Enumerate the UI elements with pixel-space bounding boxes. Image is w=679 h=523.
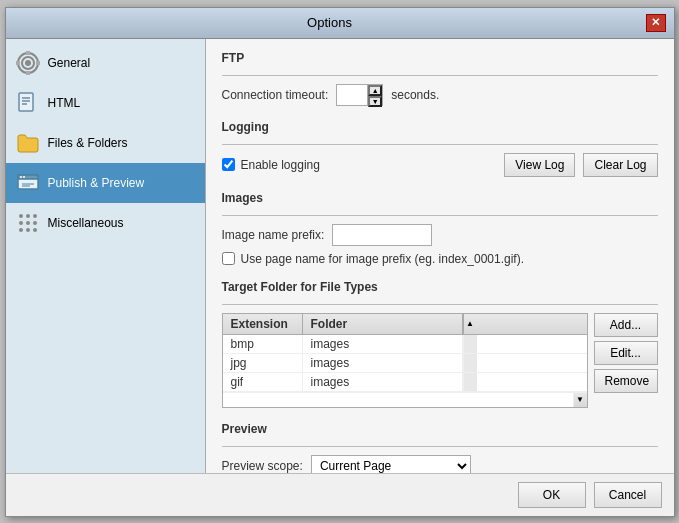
sidebar-miscellaneous-label: Miscellaneous — [48, 216, 124, 230]
scroll-track-2 — [463, 354, 477, 372]
sidebar-html-label: HTML — [48, 96, 81, 110]
folder-header: Folder — [303, 314, 463, 334]
sidebar-item-general[interactable]: General — [6, 43, 205, 83]
ext-gif: gif — [223, 373, 303, 391]
misc-icon — [16, 211, 40, 235]
sidebar: General HTML Files & Folders — [6, 39, 206, 473]
edit-button[interactable]: Edit... — [594, 341, 658, 365]
connection-timeout-input[interactable]: 30 — [337, 86, 367, 104]
dialog-title: Options — [14, 15, 646, 30]
seconds-label: seconds. — [391, 88, 439, 102]
remove-button[interactable]: Remove — [594, 369, 658, 393]
spinner-down-button[interactable]: ▼ — [368, 96, 382, 107]
preview-scope-row: Preview scope: Current Page Entire Site … — [222, 455, 658, 473]
sidebar-files-folders-label: Files & Folders — [48, 136, 128, 150]
sidebar-item-miscellaneous[interactable]: Miscellaneous — [6, 203, 205, 243]
image-prefix-label: Image name prefix: — [222, 228, 325, 242]
svg-rect-4 — [36, 61, 40, 65]
enable-logging-checkbox-row: Enable logging — [222, 158, 497, 172]
sidebar-publish-preview-label: Publish & Preview — [48, 176, 145, 190]
svg-point-20 — [33, 221, 37, 225]
ftp-section: FTP Connection timeout: 30 ▲ ▼ seconds. — [222, 51, 658, 106]
sidebar-item-publish-preview[interactable]: Publish & Preview — [6, 163, 205, 203]
file-types-table-container: Extension Folder ▲ bmp images — [222, 313, 588, 408]
folder-icon — [16, 131, 40, 155]
svg-point-0 — [25, 60, 31, 66]
scroll-up-arrow[interactable]: ▲ — [463, 314, 477, 334]
preview-scope-label: Preview scope: — [222, 459, 303, 473]
target-folder-section: Target Folder for File Types Extension F… — [222, 280, 658, 408]
svg-point-21 — [19, 228, 23, 232]
ext-bmp: bmp — [223, 335, 303, 353]
file-types-buttons: Add... Edit... Remove — [594, 313, 658, 408]
preview-divider — [222, 446, 658, 447]
connection-timeout-label: Connection timeout: — [222, 88, 329, 102]
scroll-bottom-row: ▼ — [223, 392, 587, 407]
logging-section-header: Logging — [222, 120, 658, 136]
clear-log-button[interactable]: Clear Log — [583, 153, 657, 177]
table-header: Extension Folder ▲ — [223, 314, 587, 335]
enable-logging-checkbox[interactable] — [222, 158, 235, 171]
enable-logging-label: Enable logging — [241, 158, 320, 172]
spinner-arrows: ▲ ▼ — [367, 85, 382, 105]
use-page-name-checkbox[interactable] — [222, 252, 235, 265]
images-section: Images Image name prefix: img Use page n… — [222, 191, 658, 266]
svg-point-17 — [33, 214, 37, 218]
preview-section-header: Preview — [222, 422, 658, 438]
sidebar-item-html[interactable]: HTML — [6, 83, 205, 123]
folder-jpg: images — [303, 354, 463, 372]
svg-point-15 — [19, 214, 23, 218]
ext-jpg: jpg — [223, 354, 303, 372]
options-dialog: Options ✕ General — [5, 7, 675, 517]
dialog-footer: OK Cancel — [6, 473, 674, 516]
sidebar-general-label: General — [48, 56, 91, 70]
ok-button[interactable]: OK — [518, 482, 586, 508]
folder-bmp: images — [303, 335, 463, 353]
svg-point-12 — [23, 176, 25, 178]
scroll-track-1 — [463, 335, 477, 353]
main-content: FTP Connection timeout: 30 ▲ ▼ seconds. — [206, 39, 674, 473]
svg-point-19 — [26, 221, 30, 225]
extension-header: Extension — [223, 314, 303, 334]
file-types-table: Extension Folder ▲ bmp images — [222, 313, 588, 408]
preview-section: Preview Preview scope: Current Page Enti… — [222, 422, 658, 473]
spinner-up-button[interactable]: ▲ — [368, 85, 382, 96]
scroll-track-3 — [463, 373, 477, 391]
images-section-header: Images — [222, 191, 658, 207]
connection-timeout-row: Connection timeout: 30 ▲ ▼ seconds. — [222, 84, 658, 106]
folder-gif: images — [303, 373, 463, 391]
add-button[interactable]: Add... — [594, 313, 658, 337]
preview-scope-select[interactable]: Current Page Entire Site Selected Pages — [311, 455, 471, 473]
title-bar: Options ✕ — [6, 8, 674, 39]
html-icon — [16, 91, 40, 115]
cancel-button[interactable]: Cancel — [594, 482, 662, 508]
use-page-name-row: Use page name for image prefix (eg. inde… — [222, 252, 658, 266]
logging-section: Logging Enable logging View Log Clear Lo… — [222, 120, 658, 177]
ftp-section-header: FTP — [222, 51, 658, 67]
scroll-down-arrow[interactable]: ▼ — [573, 393, 587, 407]
logging-divider — [222, 144, 658, 145]
sidebar-item-files-folders[interactable]: Files & Folders — [6, 123, 205, 163]
scroll-bottom-space — [223, 393, 573, 407]
target-folder-divider — [222, 304, 658, 305]
svg-rect-3 — [16, 61, 20, 65]
svg-point-23 — [33, 228, 37, 232]
svg-rect-1 — [26, 51, 30, 55]
images-divider — [222, 215, 658, 216]
table-row[interactable]: gif images — [223, 373, 587, 392]
svg-point-16 — [26, 214, 30, 218]
gear-icon — [16, 51, 40, 75]
image-prefix-input[interactable]: img — [332, 224, 432, 246]
ftp-divider — [222, 75, 658, 76]
view-log-button[interactable]: View Log — [504, 153, 575, 177]
svg-rect-2 — [26, 71, 30, 75]
dialog-body: General HTML Files & Folders — [6, 39, 674, 473]
table-row[interactable]: bmp images — [223, 335, 587, 354]
publish-icon — [16, 171, 40, 195]
image-prefix-row: Image name prefix: img — [222, 224, 658, 246]
close-button[interactable]: ✕ — [646, 14, 666, 32]
use-page-name-label: Use page name for image prefix (eg. inde… — [241, 252, 525, 266]
connection-timeout-spinner[interactable]: 30 ▲ ▼ — [336, 84, 383, 106]
table-row[interactable]: jpg images — [223, 354, 587, 373]
target-folder-header: Target Folder for File Types — [222, 280, 658, 296]
